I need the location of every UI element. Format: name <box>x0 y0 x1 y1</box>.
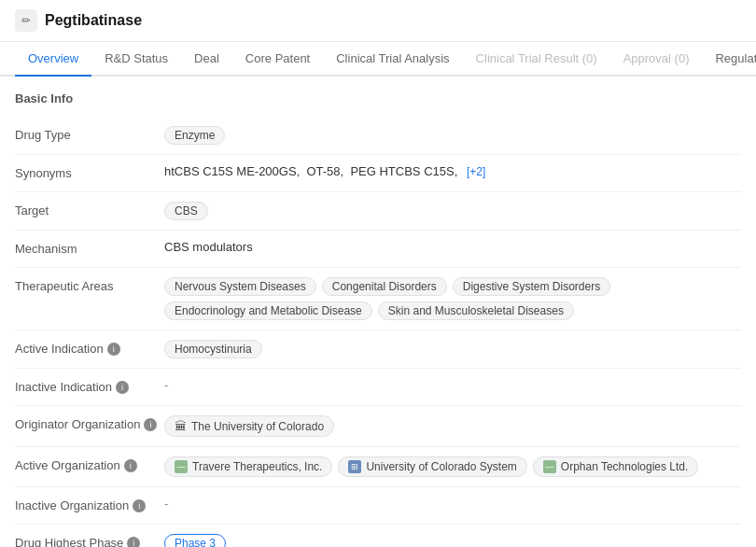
inactive-org-label: Inactive Organization i <box>15 497 164 512</box>
drug-type-row: Drug Type Enzyme <box>15 117 741 155</box>
active-org-value: — Travere Therapeutics, Inc. ⊞ Universit… <box>164 456 741 477</box>
drug-phase-label: Drug Highest Phase i <box>15 534 164 547</box>
mechanism-row: Mechanism CBS modulators <box>15 231 741 268</box>
originator-org-info-icon[interactable]: i <box>144 418 157 431</box>
inactive-org-info-icon[interactable]: i <box>133 499 146 512</box>
tab-regulation[interactable]: Regulation <box>702 42 756 77</box>
drug-phase-tag[interactable]: Phase 3 <box>164 534 226 547</box>
colorado-icon: ⊞ <box>348 460 361 473</box>
drug-type-label: Drug Type <box>15 126 164 142</box>
originator-org-tag[interactable]: 🏛 The University of Colorado <box>164 415 334 437</box>
header-icon: ✏ <box>15 9 37 32</box>
active-org-travere[interactable]: — Travere Therapeutics, Inc. <box>164 456 332 477</box>
inactive-org-row: Inactive Organization i - <box>15 487 741 525</box>
tab-approval: Approval (0) <box>610 42 703 77</box>
main-content: Basic Info Drug Type Enzyme Synonyms htC… <box>0 77 756 547</box>
inactive-indication-row: Inactive Indication i - <box>15 369 741 406</box>
drug-phase-value: Phase 3 <box>164 534 741 547</box>
drug-phase-row: Drug Highest Phase i Phase 3 <box>15 525 741 547</box>
active-org-info-icon[interactable]: i <box>124 459 137 472</box>
mechanism-label: Mechanism <box>15 240 164 256</box>
tab-rd-status[interactable]: R&D Status <box>91 42 181 77</box>
active-indication-row: Active Indication i Homocystinuria <box>15 330 741 369</box>
orphan-name: Orphan Technologies Ltd. <box>561 460 689 473</box>
originator-org-row: Originator Organization i 🏛 The Universi… <box>15 406 741 447</box>
synonyms-label: Synonyms <box>15 164 164 180</box>
active-indication-value: Homocystinuria <box>164 340 741 358</box>
originator-org-name: The University of Colorado <box>191 420 324 433</box>
target-value: CBS <box>164 202 741 220</box>
target-label: Target <box>15 202 164 217</box>
synonym-1: htCBS C15S ME-200GS, OT-58, PEG HTCBS C1… <box>164 164 461 178</box>
therapeutic-areas-row: Therapeutic Areas Nervous System Disease… <box>15 268 741 330</box>
inactive-indication-value: - <box>164 378 741 392</box>
university-icon: 🏛 <box>175 419 187 433</box>
page-header: ✏ Pegtibatinase <box>0 0 756 42</box>
active-org-label: Active Organization i <box>15 456 164 472</box>
tab-overview[interactable]: Overview <box>15 42 91 77</box>
colorado-name: University of Colorado System <box>366 460 516 473</box>
therapeutic-area-2[interactable]: Congenital Disorders <box>322 277 447 296</box>
therapeutic-area-5[interactable]: Skin and Musculoskeletal Diseases <box>378 302 574 320</box>
drug-type-value: Enzyme <box>164 126 741 145</box>
originator-org-value: 🏛 The University of Colorado <box>164 415 741 437</box>
therapeutic-areas-value: Nervous System Diseases Congenital Disor… <box>164 277 741 320</box>
active-org-row: Active Organization i — Travere Therapeu… <box>15 447 741 487</box>
tab-clinical-trial-result: Clinical Trial Result (0) <box>463 42 610 77</box>
therapeutic-area-4[interactable]: Endocrinology and Metabolic Disease <box>164 302 372 320</box>
drug-type-tag[interactable]: Enzyme <box>164 126 225 145</box>
inactive-indication-info-icon[interactable]: i <box>116 381 129 394</box>
mechanism-value: CBS modulators <box>164 240 741 254</box>
mechanism-text: CBS modulators <box>164 240 253 254</box>
therapeutic-area-3[interactable]: Digestive System Disorders <box>453 277 610 296</box>
synonyms-value: htCBS C15S ME-200GS, OT-58, PEG HTCBS C1… <box>164 164 741 178</box>
active-org-orphan[interactable]: — Orphan Technologies Ltd. <box>533 456 699 477</box>
travere-icon: — <box>175 460 188 473</box>
therapeutic-areas-label: Therapeutic Areas <box>15 277 164 293</box>
active-org-colorado[interactable]: ⊞ University of Colorado System <box>338 456 526 477</box>
active-indication-label: Active Indication i <box>15 340 164 356</box>
therapeutic-area-1[interactable]: Nervous System Diseases <box>164 277 316 296</box>
drug-phase-info-icon[interactable]: i <box>127 537 140 548</box>
inactive-indication-label: Inactive Indication i <box>15 378 164 394</box>
active-indication-tag[interactable]: Homocystinuria <box>164 340 262 358</box>
synonyms-row: Synonyms htCBS C15S ME-200GS, OT-58, PEG… <box>15 155 741 192</box>
target-row: Target CBS <box>15 192 741 231</box>
originator-org-label: Originator Organization i <box>15 415 164 431</box>
section-title: Basic Info <box>15 91 741 105</box>
tab-deal[interactable]: Deal <box>181 42 232 77</box>
tab-core-patent[interactable]: Core Patent <box>232 42 323 77</box>
page-title: Pegtibatinase <box>45 12 142 29</box>
navigation: Overview R&D Status Deal Core Patent Cli… <box>0 42 756 77</box>
orphan-icon: — <box>543 460 556 473</box>
travere-name: Travere Therapeutics, Inc. <box>192 460 322 473</box>
tab-clinical-trial-analysis[interactable]: Clinical Trial Analysis <box>323 42 462 77</box>
synonyms-more[interactable]: [+2] <box>467 165 485 178</box>
inactive-org-value: - <box>164 497 741 511</box>
target-tag[interactable]: CBS <box>164 202 208 220</box>
active-indication-info-icon[interactable]: i <box>107 343 120 356</box>
